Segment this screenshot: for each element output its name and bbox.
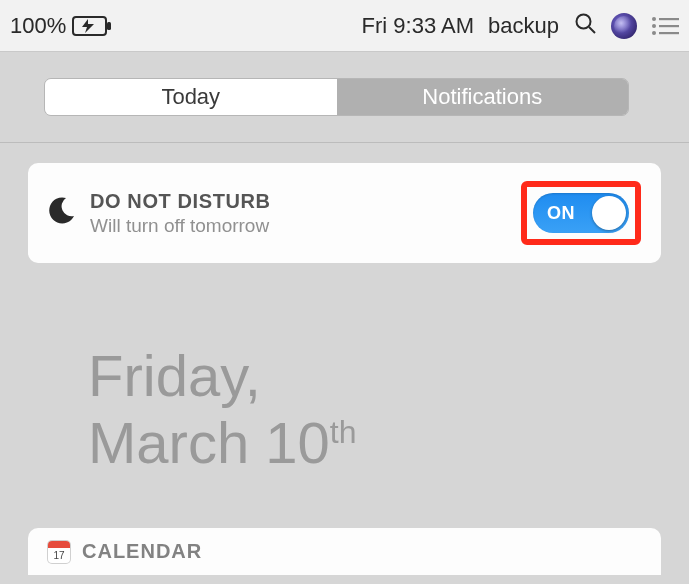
svg-point-7	[652, 24, 656, 28]
today-date: Friday, March 10th	[88, 343, 661, 476]
calendar-widget-title: CALENDAR	[82, 540, 202, 563]
calendar-widget-header[interactable]: 17 CALENDAR	[28, 528, 661, 575]
svg-line-4	[589, 27, 595, 33]
svg-rect-8	[659, 25, 679, 27]
svg-point-5	[652, 17, 656, 21]
menu-bar-app-name[interactable]: backup	[488, 13, 559, 39]
tab-today[interactable]: Today	[45, 79, 337, 115]
dnd-toggle[interactable]: ON	[533, 193, 629, 233]
svg-point-9	[652, 31, 656, 35]
tab-bar-container: Today Notifications	[0, 52, 689, 142]
moon-icon	[46, 196, 76, 230]
date-weekday: Friday,	[88, 343, 661, 410]
tab-notifications[interactable]: Notifications	[337, 79, 629, 115]
toggle-knob	[592, 196, 626, 230]
dnd-title: DO NOT DISTURB	[90, 190, 507, 213]
notification-center-icon[interactable]	[651, 16, 679, 36]
tab-bar: Today Notifications	[44, 78, 629, 116]
do-not-disturb-card: DO NOT DISTURB Will turn off tomorrow ON	[28, 163, 661, 263]
svg-rect-10	[659, 32, 679, 34]
calendar-icon: 17	[48, 541, 70, 563]
menu-bar-clock[interactable]: Fri 9:33 AM	[362, 13, 474, 39]
svg-point-3	[577, 14, 591, 28]
battery-charging-icon	[72, 16, 112, 36]
battery-status[interactable]: 100%	[10, 13, 112, 39]
menu-bar: 100% Fri 9:33 AM backup	[0, 0, 689, 52]
svg-rect-1	[107, 22, 111, 30]
svg-marker-2	[82, 19, 94, 33]
siri-icon[interactable]	[611, 13, 637, 39]
spotlight-search-icon[interactable]	[573, 11, 597, 41]
dnd-subtitle: Will turn off tomorrow	[90, 215, 507, 237]
highlight-box: ON	[521, 181, 641, 245]
battery-percent-label: 100%	[10, 13, 66, 39]
svg-rect-6	[659, 18, 679, 20]
toggle-state-label: ON	[547, 203, 575, 224]
date-month-day: March 10th	[88, 410, 661, 477]
